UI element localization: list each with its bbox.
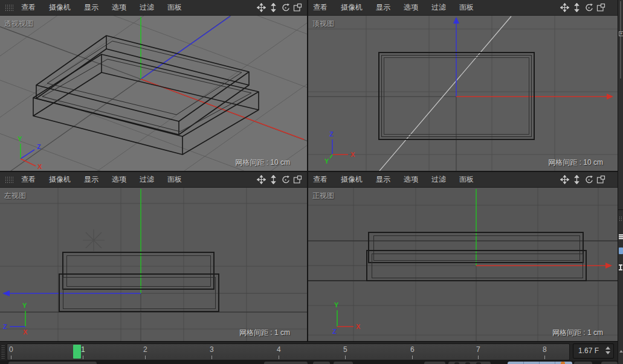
top-view-canvas[interactable]: Z X Y <box>308 16 618 171</box>
grid-spacing-label: 网格间距 : 1 cm <box>239 328 290 338</box>
timeline-tick-label: 4 <box>277 345 281 354</box>
menu-camera[interactable]: 摄像机 <box>341 2 363 13</box>
viewport-front: 查看 摄像机 显示 选项 过滤 面板 <box>308 172 618 341</box>
panel-grip-icon[interactable] <box>619 216 623 221</box>
text-cursor-icon[interactable] <box>620 264 621 270</box>
rotate-icon[interactable] <box>584 175 593 184</box>
viewport-title: 透视视图 <box>4 19 33 29</box>
viewport-toolbar <box>560 175 605 184</box>
menu-options[interactable]: 选项 <box>112 174 126 185</box>
viewport-toolbar <box>257 3 302 12</box>
menu-display[interactable]: 显示 <box>376 2 390 13</box>
panel-grip-icon[interactable] <box>5 4 15 11</box>
menu-display[interactable]: 显示 <box>84 174 98 185</box>
perspective-canvas[interactable]: Y Z X <box>0 16 307 171</box>
timeline-slider-button[interactable] <box>8 362 97 364</box>
spinner-up-icon[interactable] <box>605 346 610 350</box>
timeline-tick-label: 3 <box>210 345 214 354</box>
toggle-view-icon[interactable] <box>293 175 302 184</box>
viewport-toolbar <box>560 3 605 12</box>
zoom-icon[interactable] <box>269 175 278 184</box>
toolbar-button[interactable] <box>313 362 330 364</box>
scrollbar-edge[interactable] <box>620 1 621 78</box>
menu-filter[interactable]: 过滤 <box>140 2 154 13</box>
zoom-icon[interactable] <box>572 175 581 184</box>
plus-icon[interactable]: + <box>619 31 623 36</box>
toggle-view-icon[interactable] <box>596 175 605 184</box>
menu-panel[interactable]: 面板 <box>167 174 182 185</box>
gizmo-y-label: Y <box>18 135 22 142</box>
viewport-left: 查看 摄像机 显示 选项 过滤 面板 <box>0 172 307 341</box>
menu-panel[interactable]: 面板 <box>459 2 474 13</box>
grid-spacing-label: 网格间距 : 10 cm <box>548 158 603 168</box>
gizmo-x-label: X <box>350 151 355 158</box>
pan-icon[interactable] <box>560 175 569 184</box>
timeline-tick-label: 6 <box>410 345 415 354</box>
rotate-icon[interactable] <box>584 3 593 12</box>
rotate-icon[interactable] <box>281 175 290 184</box>
menu-display[interactable]: 显示 <box>84 2 98 13</box>
current-frame-field[interactable]: 1.67 F <box>573 343 614 359</box>
front-view-canvas[interactable]: Y X Z <box>308 188 618 341</box>
menu-camera[interactable]: 摄像机 <box>341 174 363 185</box>
zoom-icon[interactable] <box>269 3 278 12</box>
menu-view[interactable]: 查看 <box>21 2 36 13</box>
menu-filter[interactable]: 过滤 <box>140 174 154 185</box>
frame-spinner <box>605 346 612 356</box>
cinema4d-quad-view-window: 查看 摄像机 显示 选项 过滤 面板 <box>0 0 623 364</box>
menu-panel[interactable]: 面板 <box>459 174 474 185</box>
selected-panel-icon[interactable] <box>619 247 623 254</box>
viewport-menubar: 查看 摄像机 显示 选项 过滤 面板 <box>0 0 307 16</box>
null-object-star <box>83 229 105 251</box>
toolbar-button[interactable] <box>264 362 308 364</box>
timeline-tick-label: 8 <box>543 345 547 354</box>
gizmo-y-label: Y <box>334 301 339 308</box>
toolbar-button[interactable] <box>574 362 592 364</box>
timeline-tick-label: 0 <box>9 345 13 354</box>
toolbar-button[interactable] <box>424 362 445 364</box>
menu-view[interactable]: 查看 <box>21 174 36 185</box>
timeline-ruler[interactable]: 0 1 2 3 4 5 6 7 8 <box>7 343 570 360</box>
menu-camera[interactable]: 摄像机 <box>49 2 71 13</box>
timeline-bar: 0 1 2 3 4 5 6 7 8 1.67 F <box>0 341 618 361</box>
spinner-down-icon[interactable] <box>605 351 610 354</box>
menu-filter[interactable]: 过滤 <box>431 2 446 13</box>
menu-display[interactable]: 显示 <box>376 174 390 185</box>
spinner-up-icon[interactable] <box>619 350 623 353</box>
gizmo-x-label: X <box>37 163 42 170</box>
record-icon[interactable] <box>561 362 565 364</box>
timeline-grip-icon[interactable] <box>1 345 5 359</box>
toolbar-button[interactable] <box>601 362 618 364</box>
menu-view[interactable]: 查看 <box>313 2 328 13</box>
menu-options[interactable]: 选项 <box>404 174 418 185</box>
pan-icon[interactable] <box>257 175 266 184</box>
menu-camera[interactable]: 摄像机 <box>49 174 71 185</box>
menu-filter[interactable]: 过滤 <box>431 174 446 185</box>
timeline-playhead[interactable] <box>73 345 81 359</box>
menu-options[interactable]: 选项 <box>404 2 418 13</box>
pan-icon[interactable] <box>257 3 266 12</box>
grid-spacing-label: 网格间距 : 1 cm <box>552 328 603 338</box>
menu-options[interactable]: 选项 <box>112 2 126 13</box>
panel-grip-icon[interactable] <box>5 176 15 183</box>
toggle-view-icon[interactable] <box>596 3 605 12</box>
gizmo-y-label: Y <box>22 302 27 309</box>
menu-panel[interactable]: 面板 <box>167 2 182 13</box>
zoom-icon[interactable] <box>572 3 581 12</box>
gizmo-y-label: Y <box>324 158 329 165</box>
pan-icon[interactable] <box>560 3 569 12</box>
viewport-top: 查看 摄像机 显示 选项 过滤 面板 <box>308 0 618 171</box>
viewport-toolbar <box>257 175 302 184</box>
object-list-icon[interactable] <box>619 234 623 240</box>
menu-view[interactable]: 查看 <box>313 174 328 185</box>
toolbar-button[interactable] <box>334 362 353 364</box>
gizmo-z-label: Z <box>37 143 41 150</box>
gizmo-z-label: Z <box>329 130 334 138</box>
toggle-view-icon[interactable] <box>293 3 302 12</box>
right-panel-edge-strip: + <box>618 0 623 364</box>
viewport-title: 左视图 <box>4 191 26 201</box>
left-view-canvas[interactable]: Y Z X <box>0 188 307 341</box>
timeline-tick-label: 2 <box>143 345 147 354</box>
rotate-icon[interactable] <box>281 3 290 12</box>
viewport-title: 正视图 <box>312 191 334 201</box>
